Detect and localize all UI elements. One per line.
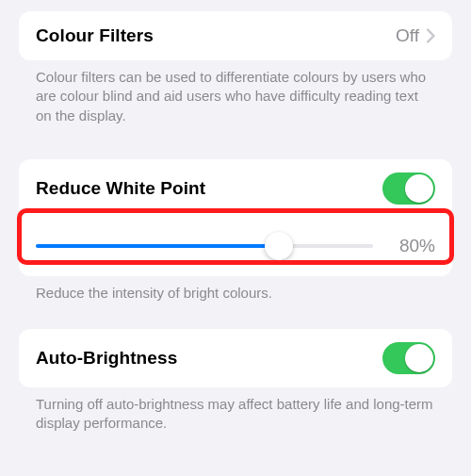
toggle-knob bbox=[405, 344, 433, 372]
colour-filters-row[interactable]: Colour Filters Off bbox=[19, 11, 452, 60]
reduce-white-point-toggle[interactable] bbox=[382, 172, 435, 205]
colour-filters-label: Colour Filters bbox=[36, 25, 396, 46]
reduce-white-point-slider-value: 80% bbox=[388, 236, 435, 256]
auto-brightness-label: Auto-Brightness bbox=[36, 348, 382, 369]
reduce-white-point-slider-row: 80% bbox=[19, 218, 452, 276]
reduce-white-point-row: Reduce White Point bbox=[19, 159, 452, 218]
auto-brightness-toggle[interactable] bbox=[382, 342, 435, 374]
slider-thumb[interactable] bbox=[265, 232, 293, 260]
reduce-white-point-footer: Reduce the intensity of bright colours. bbox=[19, 276, 452, 303]
reduce-white-point-card: Reduce White Point 80% bbox=[19, 159, 452, 276]
auto-brightness-footer: Turning off auto-brightness may affect b… bbox=[19, 387, 452, 434]
reduce-white-point-label: Reduce White Point bbox=[36, 178, 382, 199]
reduce-white-point-slider[interactable] bbox=[36, 231, 373, 261]
auto-brightness-row: Auto-Brightness bbox=[19, 329, 452, 387]
auto-brightness-card: Auto-Brightness bbox=[19, 329, 452, 387]
colour-filters-footer: Colour filters can be used to differenti… bbox=[19, 60, 452, 125]
colour-filters-value: Off bbox=[396, 25, 419, 46]
slider-fill bbox=[36, 244, 279, 248]
chevron-right-icon bbox=[427, 28, 435, 43]
toggle-knob bbox=[405, 174, 433, 203]
